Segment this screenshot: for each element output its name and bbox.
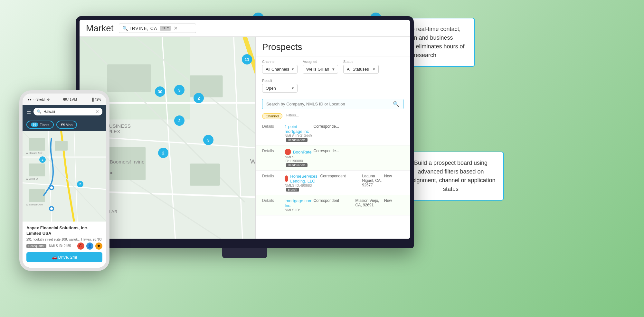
phone-filters-button[interactable]: 99 Filters (26, 121, 54, 129)
svg-rect-13 (107, 64, 151, 92)
phone-battery: ▌42% (92, 98, 101, 101)
map-pin-11[interactable]: 11 (242, 54, 252, 64)
map-pin-2b[interactable]: 2 (174, 115, 185, 126)
monitor-stand (222, 248, 267, 258)
phone-search-clear-icon[interactable]: ✕ (95, 109, 99, 114)
callout-4-text: Build a prospect board using advanced fi… (406, 160, 495, 192)
prospects-search-input[interactable] (266, 102, 390, 106)
phone-carrier: ●●○○ Sketch ⊙ (28, 98, 50, 101)
table-row: Details 1 point mortgage inc NMLS ID:313… (256, 121, 410, 145)
channel-chip[interactable]: Channel (262, 113, 282, 119)
details-link-2[interactable]: Details (262, 149, 285, 153)
company-name-3: HomeServices Lending, LLC (290, 174, 320, 183)
phone-map-pin-2b[interactable]: 2 (77, 181, 83, 187)
phone-nmls: NMLS ID: 2455 (49, 244, 71, 248)
phone-search-box[interactable]: 🔍 Hawaii ✕ (33, 108, 102, 115)
map-header: Market 🔍 IRVINE, CA CITY ✕ (80, 20, 410, 37)
details-link-4[interactable]: Details (262, 198, 285, 203)
svg-text:●: ● (110, 170, 113, 175)
map-pin-30[interactable]: 30 (155, 86, 165, 97)
status-filter-select[interactable]: All Statuses ▾ (343, 65, 379, 74)
map-search-value: IRVINE, CA (130, 26, 157, 31)
company-info-4: imortgage.com, Inc. NMLS ID: (285, 198, 314, 212)
status-filter-value: All Statuses (347, 67, 369, 72)
nmls-4: NMLS ID: (285, 208, 314, 212)
map-pin-3a[interactable]: 3 (174, 85, 185, 95)
phone-screen: ☰ 🔍 Hawaii ✕ 99 Filters 🗺 Map (23, 105, 106, 268)
svg-text:W Hazard Ave: W Hazard Ave (26, 152, 43, 154)
phone-search-value: Hawaii (43, 109, 55, 114)
map-search-badge: CITY (160, 26, 171, 31)
assigned-filter-select[interactable]: Wells Gillian ▾ (303, 65, 338, 74)
channel-4: Correspondent (314, 198, 355, 203)
boonrate-icon (285, 149, 291, 155)
assigned-filter-value: Wells Gillian (306, 67, 329, 72)
phone-map: W Hazard Ave W Willis St W Edinger Ave 2… (23, 131, 106, 222)
phone-map-svg: W Hazard Ave W Willis St W Edinger Ave (23, 131, 106, 222)
phone-hq-tag: Headquarter (26, 244, 46, 248)
phone-star-icon[interactable]: ★ (95, 243, 102, 250)
result-filter-value: Open (266, 86, 276, 91)
phone-address: 291 hookahi street suite 108, wailuku, H… (26, 238, 102, 241)
map-close-icon[interactable]: ✕ (174, 25, 178, 31)
prospects-search[interactable]: 🔍 (262, 99, 403, 109)
phone-contact-icon[interactable]: 👤 (86, 243, 93, 250)
phone-action-icons: ⬡ 👤 ★ (77, 243, 102, 250)
svg-text:Boomers! Irvine: Boomers! Irvine (110, 159, 145, 164)
company-info-3: HomeServices Lending, LLC NMLS ID:490683… (285, 174, 320, 192)
channel-1: Corresponde... (314, 124, 355, 129)
map-pin-2a[interactable]: 2 (194, 93, 204, 103)
status-4: New (384, 198, 403, 203)
nmls-1: NMLS ID:313449 Headquarters (285, 134, 314, 142)
company-name-2: BoonRate (293, 150, 312, 154)
phone-header: ☰ 🔍 Hawaii ✕ (23, 105, 106, 118)
channel-filter-label: Channel (262, 60, 298, 64)
svg-point-39 (50, 186, 53, 189)
channel-filter-group: Channel All Channels ▾ (262, 60, 298, 74)
homeservices-icon (285, 175, 288, 182)
location-4: Mission Viejo, CA, 92691 (355, 198, 384, 207)
result-filter-group: Result Open ▾ (262, 79, 298, 93)
assigned-dropdown-icon: ▾ (332, 67, 335, 72)
svg-rect-31 (29, 138, 45, 151)
status-filter-label: Status (343, 60, 379, 64)
channel-filter-select[interactable]: All Channels ▾ (262, 65, 298, 74)
phone-company-name: Aapex Financial Solutions, Inc. Limited … (26, 225, 102, 236)
phone-business-card: Aapex Financial Solutions, Inc. Limited … (23, 222, 106, 266)
svg-rect-14 (190, 75, 223, 97)
assigned-filter-group: Assigned Wells Gillian ▾ (303, 60, 338, 74)
map-search-box[interactable]: 🔍 IRVINE, CA CITY ✕ (119, 24, 196, 33)
prospects-panel: Prospects Channel All Channels ▾ Assigne… (255, 37, 410, 239)
map-pin-2c[interactable]: 2 (158, 148, 168, 158)
filters-chip[interactable]: Filters... (286, 113, 299, 119)
monitor-frame: Market 🔍 IRVINE, CA CITY ✕ (76, 16, 414, 248)
map-pin-3b[interactable]: 3 (203, 135, 213, 145)
company-info-2: BoonRate NMLS ID:1190080 Headquarters (285, 149, 314, 167)
map-label: Map (66, 123, 72, 127)
status-filter-group: Status All Statuses ▾ (343, 60, 379, 74)
svg-rect-33 (29, 163, 45, 176)
svg-rect-32 (55, 141, 68, 151)
prospects-table: Details 1 point mortgage inc NMLS ID:313… (256, 121, 410, 239)
channel-2: Corresponde... (314, 149, 355, 153)
map-title: Market (86, 23, 114, 34)
result-filter-select[interactable]: Open ▾ (262, 84, 298, 93)
table-row: Details imortgage.com, Inc. NMLS ID: Cor… (256, 195, 410, 215)
details-link-1[interactable]: Details (262, 124, 285, 129)
filter-chips-area: Channel Filters... (256, 112, 410, 121)
search-icon: 🔍 (122, 26, 128, 31)
result-filter-label: Result (262, 79, 298, 83)
phone-info-row: Headquarter NMLS ID: 2455 ⬡ 👤 ★ (26, 243, 102, 250)
channel-filter-value: All Channels (266, 67, 289, 72)
svg-rect-34 (29, 189, 45, 202)
details-link-3[interactable]: Details (262, 174, 285, 178)
phone-brand-icon[interactable]: ⬡ (77, 243, 84, 250)
phone-time: 9:41 AM (65, 98, 77, 101)
prospects-filters: Channel All Channels ▾ Assigned Wells Gi… (256, 56, 410, 96)
filters-label: Filters (40, 123, 49, 127)
phone-map-button[interactable]: 🗺 Map (56, 121, 77, 129)
hamburger-icon[interactable]: ☰ (26, 109, 31, 115)
monitor-screen: Market 🔍 IRVINE, CA CITY ✕ (80, 20, 410, 239)
prospects-title: Prospects (256, 37, 410, 56)
phone-drive-button[interactable]: 🚗 Drive, 2mi (26, 252, 102, 262)
